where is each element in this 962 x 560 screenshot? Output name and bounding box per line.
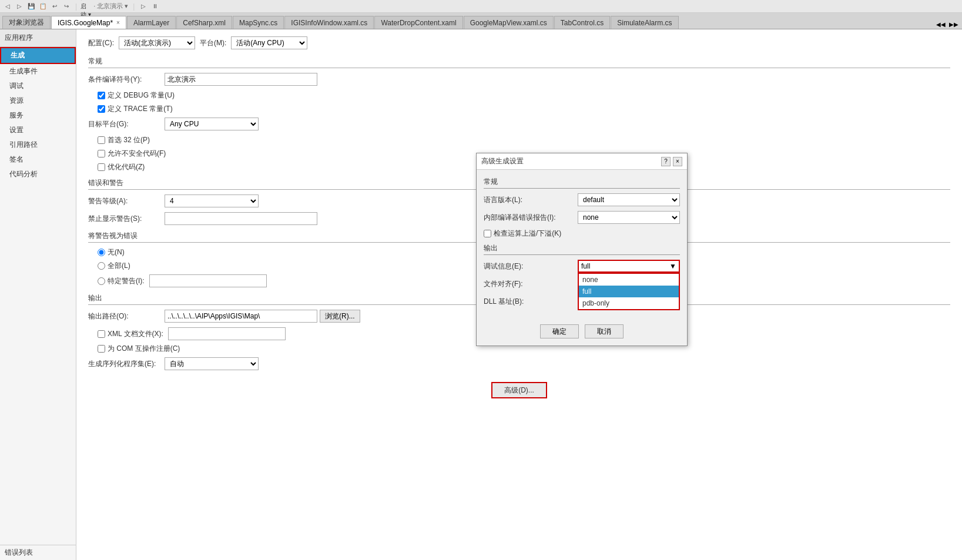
treat-specific-label: 特定警告(I): (108, 276, 145, 286)
dialog-close-button[interactable]: × (673, 157, 682, 166)
toolbar-debug[interactable]: ⏸ (150, 1, 160, 12)
define-trace-row: 定义 TRACE 常量(T) (98, 104, 950, 114)
toolbar-icon-4[interactable]: ↩ (49, 1, 60, 12)
advanced-btn-container: 高级(D)... (88, 382, 950, 398)
xml-doc-input[interactable] (168, 327, 286, 340)
define-debug-label: 定义 DEBUG 常量(U) (108, 90, 175, 100)
tab-igis-googlemap[interactable]: IGIS.GoogleMap* × (51, 16, 126, 29)
platform-select[interactable]: 活动(Any CPU) (231, 36, 307, 49)
define-debug-row: 定义 DEBUG 常量(U) (98, 90, 950, 100)
tab-igisinfo[interactable]: IGISInfoWindow.xaml.cs (284, 16, 374, 29)
suppress-warnings-label: 禁止显示警告(S): (88, 214, 165, 224)
tab-scroll-arrows: ◀◀ ▶▶ (935, 21, 960, 29)
sidebar-item-code-analysis[interactable]: 代码分析 (0, 167, 76, 182)
treat-all-label: 全部(L) (108, 261, 130, 271)
tab-tabcontrol[interactable]: TabControl.cs (554, 16, 610, 29)
dialog-ok-button[interactable]: 确定 (540, 324, 579, 338)
debug-info-selected-value: full (581, 262, 590, 270)
toolbar-icon-5[interactable]: ↪ (61, 1, 72, 12)
language-version-select[interactable]: default (578, 193, 680, 206)
allow-unsafe-label: 允许不安全代码(F) (108, 149, 166, 159)
prefer32-checkbox[interactable] (98, 136, 105, 144)
treat-specific-input[interactable] (149, 274, 267, 287)
tab-cefsharp[interactable]: CefSharp.xml (176, 16, 232, 29)
check-overflow-checkbox[interactable] (484, 230, 491, 237)
target-platform-row: 目标平台(G): Any CPU (88, 118, 950, 130)
tab-tabcontrol-label: TabControl.cs (561, 19, 604, 27)
sidebar-item-ref-paths[interactable]: 引用路径 (0, 138, 76, 152)
optimize-checkbox[interactable] (98, 163, 105, 171)
file-align-label: 文件对齐(F): (484, 279, 578, 289)
tab-mapsync[interactable]: MapSync.cs (233, 16, 284, 29)
xml-doc-label: XML 文档文件(X): (108, 329, 163, 339)
sidebar-item-services[interactable]: 服务 (0, 108, 76, 123)
dropdown-option-pdb-only[interactable]: pdb-only (579, 297, 679, 309)
treat-all-radio[interactable] (98, 262, 105, 270)
tab-scroll-left[interactable]: ◀◀ (935, 21, 947, 28)
sidebar-header: 应用程序 (0, 29, 76, 47)
check-overflow-label: 检查运算上溢/下溢(K) (494, 229, 561, 239)
xml-doc-checkbox[interactable] (98, 330, 105, 338)
debug-info-label: 调试信息(E): (484, 261, 578, 271)
sidebar-item-debug[interactable]: 调试 (0, 79, 76, 93)
tab-simulate-alarm[interactable]: SimulateAlarm.cs (611, 16, 678, 29)
check-overflow-row: 检查运算上溢/下溢(K) (484, 229, 680, 239)
define-trace-checkbox[interactable] (98, 105, 105, 113)
dropdown-option-none[interactable]: none (579, 274, 679, 286)
debug-info-dropdown-list: none full pdb-only (578, 273, 680, 310)
warning-level-select[interactable]: 4 (165, 195, 259, 207)
tab-waterdrop[interactable]: WaterDropContent.xaml (374, 16, 462, 29)
tab-object-browser[interactable]: 对象浏览器 (2, 16, 51, 29)
browse-button[interactable]: 浏览(R)... (320, 310, 360, 323)
sidebar-item-build[interactable]: 生成 (0, 47, 76, 64)
sidebar-item-settings[interactable]: 设置 (0, 123, 76, 138)
general-section-title: 常规 (88, 56, 950, 68)
advanced-button[interactable]: 高级(D)... (491, 382, 547, 398)
start-icon[interactable]: ▶ 启动 ▾ (81, 1, 91, 12)
tab-igis-googlemap-close[interactable]: × (116, 19, 120, 26)
com-register-checkbox[interactable] (98, 345, 105, 353)
tab-scroll-right[interactable]: ▶▶ (948, 21, 960, 28)
allow-unsafe-checkbox[interactable] (98, 150, 105, 157)
condition-symbol-input[interactable] (165, 73, 317, 86)
dialog-footer: 确定 取消 (477, 320, 687, 346)
debug-info-dropdown-btn[interactable]: full ▼ (578, 260, 680, 273)
internal-compiler-select[interactable]: none (578, 211, 680, 224)
tab-googlemap-view[interactable]: GoogleMapView.xaml.cs (464, 16, 554, 29)
warning-level-label: 警告等级(A): (88, 196, 165, 206)
dialog-help-button[interactable]: ? (661, 157, 671, 166)
toolbar-icon-save[interactable]: 💾 (26, 1, 36, 12)
output-path-input[interactable] (165, 310, 317, 323)
tab-alarm-layer[interactable]: AlarmLayer (127, 16, 176, 29)
content-area: 配置(C): 活动(北京演示) 平台(M): 活动(Any CPU) 常规 条件… (76, 29, 962, 560)
treat-none-radio[interactable] (98, 249, 105, 256)
config-label: 配置(C): (88, 38, 114, 48)
toolbar-icon-2[interactable]: ▷ (14, 1, 25, 12)
serialize-select[interactable]: 自动 (165, 357, 259, 370)
sidebar-item-signing[interactable]: 签名 (0, 152, 76, 167)
treat-specific-radio[interactable] (98, 277, 105, 285)
define-debug-checkbox[interactable] (98, 92, 105, 99)
sidebar-item-resources[interactable]: 资源 (0, 93, 76, 108)
toolbar-run[interactable]: ▷ (138, 1, 149, 12)
dialog-cancel-button[interactable]: 取消 (585, 324, 624, 338)
language-version-row: 语言版本(L): default (484, 193, 680, 206)
sidebar-item-build-events[interactable]: 生成事件 (0, 64, 76, 79)
output-path-label: 输出路径(O): (88, 311, 165, 321)
target-platform-label: 目标平台(G): (88, 119, 165, 129)
tab-bar: 对象浏览器 IGIS.GoogleMap* × AlarmLayer CefSh… (0, 13, 962, 29)
toolbar-icon-1[interactable]: ◁ (2, 1, 13, 12)
config-select[interactable]: 活动(北京演示) (119, 36, 195, 49)
toolbar: ◁ ▷ 💾 📋 ↩ ↪ | ▶ 启动 ▾ · 北京演示 ▾ | ▷ ⏸ (0, 0, 962, 13)
debug-info-dropdown-container: full ▼ none full pdb-only (578, 260, 680, 273)
dialog-controls: ? × (661, 157, 682, 166)
optimize-label: 优化代码(Z) (108, 162, 145, 172)
debug-info-row: 调试信息(E): full ▼ none full pdb-only (484, 260, 680, 273)
suppress-warnings-input[interactable] (165, 212, 317, 225)
dropdown-option-full[interactable]: full (579, 286, 679, 297)
toolbar-icon-3[interactable]: 📋 (38, 1, 48, 12)
internal-compiler-label: 内部编译器错误报告(I): (484, 213, 578, 223)
platform-label: 平台(M): (200, 38, 226, 48)
target-platform-select[interactable]: Any CPU (165, 118, 259, 130)
language-version-label: 语言版本(L): (484, 195, 578, 205)
